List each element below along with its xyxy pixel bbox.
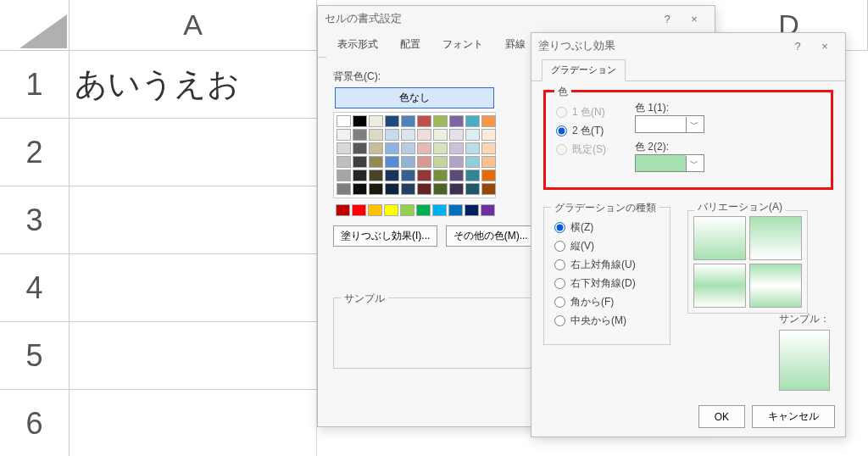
color-swatch[interactable] [337, 142, 351, 154]
radio-two-color[interactable]: 2 色(T) [556, 124, 606, 138]
close-icon[interactable]: × [681, 13, 708, 25]
radio-horizontal[interactable]: 横(Z) [554, 220, 659, 235]
color-swatch[interactable] [385, 115, 399, 127]
color-swatch[interactable] [385, 183, 399, 195]
radio-two-color-input[interactable] [556, 125, 567, 136]
color-swatch[interactable] [384, 204, 398, 216]
color-swatch[interactable] [433, 129, 448, 141]
row-header-3[interactable]: 3 [0, 186, 70, 254]
ok-button[interactable]: OK [698, 405, 745, 428]
radio-diag-down[interactable]: 右下対角線(D) [554, 276, 659, 291]
format-dialog-titlebar[interactable]: セルの書式設定 ? × [318, 6, 715, 31]
color-swatch[interactable] [353, 170, 367, 181]
other-colors-button[interactable]: その他の色(M)... [446, 225, 536, 247]
color-swatch[interactable] [417, 156, 431, 168]
radio-from-corner[interactable]: 角から(F) [554, 295, 659, 309]
color-swatch[interactable] [368, 204, 382, 216]
row-header-1[interactable]: 1 [0, 51, 70, 119]
color-swatch[interactable] [449, 156, 464, 168]
color-swatch[interactable] [353, 142, 367, 154]
color-swatch[interactable] [336, 204, 350, 216]
radio-one-color-input[interactable] [556, 107, 567, 118]
color-swatch[interactable] [465, 129, 480, 141]
color-swatch[interactable] [401, 170, 415, 181]
cell-a5[interactable] [70, 322, 317, 390]
color-swatch[interactable] [385, 170, 399, 181]
radio-preset-input[interactable] [556, 144, 567, 155]
tab-alignment[interactable]: 配置 [389, 32, 431, 58]
radio-from-corner-input[interactable] [554, 297, 565, 308]
cell-a4[interactable] [70, 254, 317, 322]
cell-a1[interactable]: あいうえお [70, 51, 317, 119]
color-swatch[interactable] [433, 170, 448, 181]
fill-effects-button[interactable]: 塗りつぶし効果(I)... [333, 225, 437, 247]
variation-3[interactable] [693, 264, 746, 308]
color-swatch[interactable] [400, 204, 415, 216]
color-swatch[interactable] [369, 156, 383, 168]
color-swatch[interactable] [465, 204, 479, 216]
color-swatch[interactable] [369, 115, 383, 127]
color-swatch[interactable] [369, 170, 383, 181]
cell-a6[interactable] [70, 390, 317, 456]
color-swatch[interactable] [417, 170, 431, 181]
color-swatch[interactable] [465, 183, 480, 195]
radio-diag-down-input[interactable] [554, 278, 565, 289]
color-swatch[interactable] [449, 170, 464, 181]
color-swatch[interactable] [481, 156, 496, 168]
color-swatch[interactable] [417, 115, 431, 127]
color-swatch[interactable] [401, 183, 415, 195]
variation-1[interactable] [693, 216, 746, 260]
color-swatch[interactable] [449, 142, 464, 154]
color-swatch[interactable] [337, 156, 351, 168]
cancel-button[interactable]: キャンセル [752, 405, 835, 428]
color-swatch[interactable] [337, 170, 351, 181]
row-header-2[interactable]: 2 [0, 119, 70, 186]
color-swatch[interactable] [465, 115, 480, 127]
color-swatch[interactable] [481, 183, 496, 195]
row-header-4[interactable]: 4 [0, 254, 70, 322]
tab-gradient[interactable]: グラデーション [542, 59, 626, 81]
color-swatch[interactable] [417, 142, 431, 154]
color-swatch[interactable] [369, 142, 383, 154]
color-swatch[interactable] [353, 156, 367, 168]
column-header-a[interactable]: A [70, 0, 317, 51]
color-swatch[interactable] [481, 115, 496, 127]
color-swatch[interactable] [352, 204, 366, 216]
effects-dialog-titlebar[interactable]: 塗りつぶし効果 ? × [531, 33, 845, 58]
color-swatch[interactable] [465, 170, 480, 181]
color-swatch[interactable] [401, 129, 415, 141]
help-icon[interactable]: ? [784, 40, 811, 53]
color-swatch[interactable] [433, 142, 448, 154]
color-swatch[interactable] [449, 183, 464, 195]
color-swatch[interactable] [448, 204, 463, 216]
color-swatch[interactable] [401, 156, 415, 168]
cell-a3[interactable] [70, 186, 317, 254]
color-swatch[interactable] [481, 170, 496, 181]
color1-dropdown[interactable]: ﹀ [635, 115, 704, 133]
radio-diag-up[interactable]: 右上対角線(U) [554, 258, 659, 272]
radio-vertical[interactable]: 縦(V) [554, 239, 659, 253]
color-swatch[interactable] [432, 204, 447, 216]
cell-a2[interactable] [70, 119, 317, 186]
tab-font[interactable]: フォント [431, 32, 494, 58]
help-icon[interactable]: ? [654, 13, 681, 25]
radio-preset[interactable]: 既定(S) [556, 142, 606, 157]
select-all-triangle[interactable] [0, 0, 70, 51]
radio-one-color[interactable]: 1 色(N) [556, 105, 606, 120]
color-swatch[interactable] [433, 115, 448, 127]
variation-2[interactable] [749, 216, 802, 260]
row-header-6[interactable]: 6 [0, 390, 70, 456]
color-swatch[interactable] [353, 129, 367, 141]
color-swatch[interactable] [417, 183, 431, 195]
color-swatch[interactable] [369, 183, 383, 195]
color-swatch[interactable] [481, 204, 495, 216]
variation-4[interactable] [749, 264, 802, 308]
color-swatch[interactable] [481, 129, 496, 141]
color-swatch[interactable] [369, 129, 383, 141]
color-swatch[interactable] [353, 115, 367, 127]
color-swatch[interactable] [353, 183, 367, 195]
color-swatch[interactable] [385, 156, 399, 168]
radio-vertical-input[interactable] [554, 241, 565, 252]
color-swatch[interactable] [401, 142, 415, 154]
color-swatch[interactable] [465, 156, 480, 168]
